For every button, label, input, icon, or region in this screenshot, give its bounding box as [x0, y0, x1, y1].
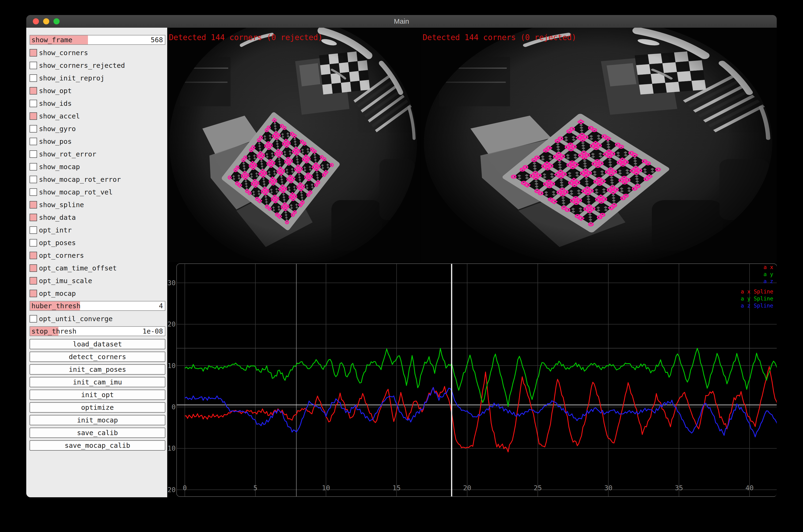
show_corners_rejected-checkbox[interactable] [30, 62, 37, 69]
imu-plot[interactable]: 3020100-10-200510152025303540a xa ya za … [167, 262, 777, 497]
stop_thresh-slider[interactable]: stop_thresh1e-08 [30, 326, 165, 336]
x-tick-label: 15 [393, 484, 401, 492]
show_opt-checkbox[interactable] [30, 87, 37, 95]
corner-status-text: Detected 144 corners (0 rejected) [169, 33, 323, 42]
opt_intr-checkbox[interactable] [30, 226, 37, 234]
x-tick-label: 30 [604, 484, 613, 492]
legend-spline-entry: a z Spline [741, 303, 773, 309]
desktop-background: Main show_frame568show_cornersshow_corne… [0, 0, 803, 532]
slider-label: huber_thresh [32, 301, 81, 310]
y-tick-label: 0 [172, 403, 176, 411]
init_cam_poses-button[interactable]: init_cam_poses [30, 364, 165, 375]
opt_mocap-checkbox[interactable] [30, 290, 37, 297]
x-tick-label: 25 [534, 484, 542, 492]
legend-entry: a x [763, 264, 773, 270]
camera-pane-0[interactable]: Detected 144 corners (0 rejected) [167, 28, 420, 262]
init_opt-button[interactable]: init_opt [30, 390, 165, 400]
corner-status-text: Detected 144 corners (0 rejected) [423, 33, 576, 42]
show_gyro-checkbox[interactable] [30, 125, 37, 133]
x-tick-label: 10 [322, 484, 330, 492]
show_data-label: show_data [39, 211, 76, 224]
show_init_reproj-checkbox[interactable] [30, 74, 37, 82]
show_ids-label: show_ids [39, 97, 72, 110]
slider-value: 568 [151, 35, 163, 44]
y-tick-label: 10 [168, 362, 176, 370]
opt_corners-checkbox[interactable] [30, 252, 37, 259]
show_gyro-label: show_gyro [39, 122, 76, 135]
opt_until_converge-label: opt_until_converge [39, 312, 113, 325]
camera-views[interactable]: Detected 144 corners (0 rejected)Detecte… [167, 28, 777, 262]
control-panel: show_frame568show_cornersshow_corners_re… [26, 28, 167, 497]
show_frame-slider[interactable]: show_frame568 [30, 35, 165, 45]
main-window: Main show_frame568show_cornersshow_corne… [26, 15, 777, 497]
minimize-button[interactable] [43, 18, 49, 24]
init_mocap-button[interactable]: init_mocap [30, 415, 165, 425]
show_rot_error-label: show_rot_error [39, 148, 96, 160]
x-tick-label: 40 [746, 484, 754, 492]
load_dataset-button[interactable]: load_dataset [30, 339, 165, 349]
opt_corners-label: opt_corners [39, 249, 84, 262]
legend-entry: a y [763, 271, 773, 277]
opt_until_converge-checkbox[interactable] [30, 315, 37, 323]
y-tick-label: -10 [167, 444, 176, 452]
save_calib-button[interactable]: save_calib [30, 428, 165, 438]
slider-label: show_frame [32, 35, 73, 44]
fisheye-image-1 [421, 28, 777, 262]
show_mocap_rot_vel-label: show_mocap_rot_vel [39, 186, 113, 198]
opt_poses-label: opt_poses [39, 236, 76, 249]
detect_corners-button[interactable]: detect_corners [30, 352, 165, 362]
show_corners-label: show_corners [39, 46, 88, 59]
show_mocap-label: show_mocap [39, 160, 80, 173]
show_ids-checkbox[interactable] [30, 100, 37, 107]
y-tick-label: 20 [168, 320, 176, 328]
show_mocap-checkbox[interactable] [30, 163, 37, 171]
show_accel-checkbox[interactable] [30, 112, 37, 120]
opt_cam_time_offset-label: opt_cam_time_offset [39, 262, 117, 274]
show_data-checkbox[interactable] [30, 214, 37, 221]
window-title: Main [26, 15, 777, 28]
optimize-button[interactable]: optimize [30, 402, 165, 413]
camera-pane-1[interactable]: Detected 144 corners (0 rejected) [420, 28, 777, 262]
huber_thresh-slider[interactable]: huber_thresh4 [30, 301, 165, 311]
opt_cam_time_offset-checkbox[interactable] [30, 264, 37, 272]
show_mocap_rot_error-checkbox[interactable] [30, 176, 37, 183]
show_spline-label: show_spline [39, 198, 84, 211]
legend-spline-entry: a x Spline [741, 288, 773, 294]
x-tick-label: 20 [463, 484, 472, 492]
show_pos-checkbox[interactable] [30, 138, 37, 145]
show_init_reproj-label: show_init_reproj [39, 72, 104, 84]
show_pos-label: show_pos [39, 135, 72, 148]
title-bar[interactable]: Main [26, 15, 777, 28]
y-tick-label: -20 [167, 486, 176, 494]
x-tick-label: 0 [183, 484, 187, 492]
x-tick-label: 35 [675, 484, 683, 492]
slider-value: 1e-08 [142, 327, 163, 336]
legend-spline-entry: a y Spline [741, 296, 773, 302]
x-tick-label: 5 [253, 484, 257, 492]
y-tick-label: 30 [168, 279, 176, 287]
slider-label: stop_thresh [32, 327, 76, 336]
init_cam_imu-button[interactable]: init_cam_imu [30, 377, 165, 387]
slider-value: 4 [159, 301, 163, 310]
legend-entry: a z [763, 278, 773, 284]
opt_poses-checkbox[interactable] [30, 239, 37, 247]
fisheye-image-0 [167, 28, 420, 262]
save_mocap_calib-button[interactable]: save_mocap_calib [30, 440, 165, 451]
opt_mocap-label: opt_mocap [39, 287, 76, 300]
show_mocap_rot_error-label: show_mocap_rot_error [39, 173, 121, 186]
close-button[interactable] [33, 18, 39, 24]
opt_intr-label: opt_intr [39, 224, 72, 236]
show_mocap_rot_vel-checkbox[interactable] [30, 188, 37, 196]
zoom-button[interactable] [54, 18, 60, 24]
show_corners_rejected-label: show_corners_rejected [39, 59, 125, 72]
show_accel-label: show_accel [39, 110, 80, 122]
show_spline-checkbox[interactable] [30, 201, 37, 209]
plot-canvas[interactable]: 3020100-10-200510152025303540a xa ya za … [167, 262, 777, 497]
opt_imu_scale-checkbox[interactable] [30, 277, 37, 285]
show_rot_error-checkbox[interactable] [30, 150, 37, 158]
opt_imu_scale-label: opt_imu_scale [39, 274, 92, 287]
show_opt-label: show_opt [39, 84, 72, 97]
show_corners-checkbox[interactable] [30, 49, 37, 57]
